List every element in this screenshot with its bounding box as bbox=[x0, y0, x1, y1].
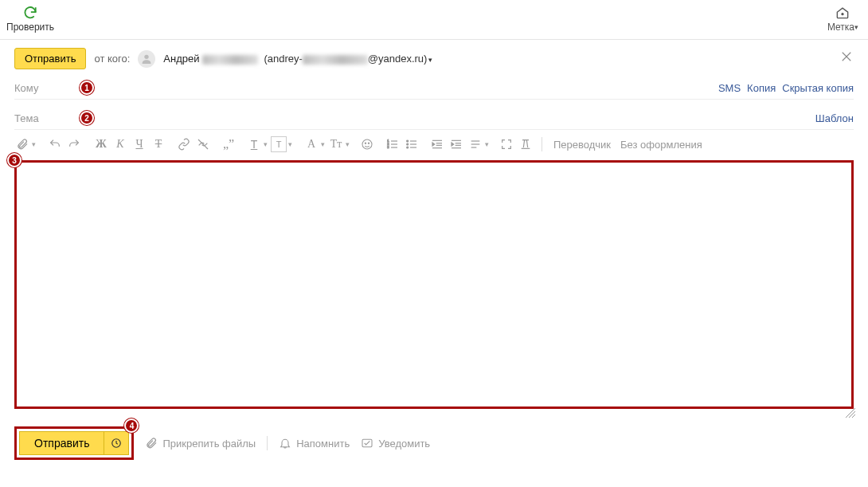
fullscreen-icon[interactable] bbox=[499, 136, 514, 152]
undo-icon[interactable] bbox=[47, 136, 63, 152]
svg-point-5 bbox=[362, 139, 372, 149]
editor-toolbar: ▾ Ж К Ч Т „” Т ▾ Т ▾ A ▾ Тт ▾ 123 ▾ bbox=[14, 130, 854, 157]
cc-link[interactable]: Копия bbox=[747, 82, 776, 94]
attach-label: Прикрепить файлы bbox=[162, 438, 256, 450]
message-body-outline bbox=[14, 160, 854, 409]
indent-icon[interactable] bbox=[448, 136, 464, 152]
unlink-icon[interactable] bbox=[195, 136, 211, 152]
annotation-badge-2: 2 bbox=[80, 111, 94, 125]
align-icon[interactable] bbox=[467, 136, 483, 152]
notify-button[interactable]: Уведомить bbox=[361, 437, 430, 450]
clear-format-icon[interactable] bbox=[518, 136, 534, 152]
annotation-badge-1: 1 bbox=[80, 81, 94, 95]
strike-button[interactable]: Т bbox=[151, 136, 166, 152]
redacted-surname bbox=[202, 55, 258, 65]
from-label: от кого: bbox=[94, 53, 130, 65]
template-link[interactable]: Шаблон bbox=[815, 112, 854, 124]
check-label: Проверить bbox=[6, 22, 54, 33]
label-dropdown[interactable]: Метка ▾ bbox=[827, 5, 858, 33]
svg-point-7 bbox=[368, 143, 369, 143]
text-color-button[interactable]: Т bbox=[246, 136, 262, 152]
close-button[interactable] bbox=[839, 49, 854, 66]
chevron-down-icon[interactable]: ▾ bbox=[321, 140, 325, 148]
send-button-bottom[interactable]: Отправить bbox=[19, 431, 104, 455]
notify-label: Уведомить bbox=[378, 438, 430, 450]
svg-point-19 bbox=[407, 147, 409, 148]
chevron-down-icon[interactable]: ▾ bbox=[428, 56, 432, 64]
divider bbox=[0, 39, 868, 40]
link-icon[interactable] bbox=[176, 136, 192, 152]
chevron-down-icon[interactable]: ▾ bbox=[32, 140, 36, 148]
bell-icon bbox=[279, 437, 291, 450]
list-numbered-icon[interactable]: 123 bbox=[385, 136, 401, 152]
from-name[interactable]: Андрей (andrey-@yandex.ru) ▾ bbox=[163, 53, 432, 65]
chevron-down-icon: ▾ bbox=[854, 23, 858, 31]
attach-files-button[interactable]: Прикрепить файлы bbox=[145, 437, 256, 450]
paperclip-icon bbox=[145, 437, 158, 450]
svg-point-6 bbox=[365, 143, 366, 143]
subject-field-row[interactable]: Тема 2 Шаблон bbox=[14, 108, 854, 130]
sms-link[interactable]: SMS bbox=[718, 82, 741, 94]
italic-button[interactable]: К bbox=[112, 136, 128, 152]
annotation-badge-4: 4 bbox=[124, 418, 139, 433]
label-label: Метка ▾ bbox=[827, 22, 858, 33]
send-button-top[interactable]: Отправить bbox=[14, 48, 86, 69]
font-family-button[interactable]: Тт bbox=[328, 136, 344, 152]
svg-point-17 bbox=[407, 140, 409, 142]
remind-button[interactable]: Напомнить bbox=[279, 437, 350, 450]
svg-point-1 bbox=[145, 54, 149, 58]
svg-point-0 bbox=[842, 14, 843, 15]
check-mail-icon bbox=[361, 437, 373, 450]
subject-label: Тема bbox=[14, 112, 70, 124]
bold-button[interactable]: Ж bbox=[93, 136, 109, 152]
to-label: Кому bbox=[14, 82, 70, 94]
svg-point-18 bbox=[407, 143, 409, 145]
separator bbox=[542, 137, 542, 151]
house-icon bbox=[835, 5, 850, 21]
to-field-row[interactable]: Кому 1 SMS Копия Скрытая копия bbox=[14, 77, 854, 100]
schedule-send-button[interactable] bbox=[104, 431, 129, 455]
redo-icon[interactable] bbox=[66, 136, 82, 152]
chevron-down-icon[interactable]: ▾ bbox=[346, 140, 350, 148]
bcc-link[interactable]: Скрытая копия bbox=[782, 82, 854, 94]
remind-label: Напомнить bbox=[296, 438, 350, 450]
chevron-down-icon[interactable]: ▾ bbox=[264, 140, 268, 148]
redacted-email bbox=[303, 55, 368, 65]
attach-icon[interactable] bbox=[14, 136, 30, 152]
font-size-button[interactable]: A bbox=[303, 136, 319, 152]
resize-handle-icon[interactable] bbox=[846, 408, 855, 420]
send-button-group-outline: 4 Отправить bbox=[14, 426, 134, 460]
quote-icon[interactable]: „” bbox=[221, 136, 237, 152]
separator bbox=[267, 436, 268, 450]
clock-icon bbox=[111, 438, 122, 449]
chevron-down-icon[interactable]: ▾ bbox=[288, 140, 292, 148]
no-format-link[interactable]: Без оформления bbox=[617, 139, 706, 151]
bg-color-button[interactable]: Т bbox=[271, 136, 287, 152]
refresh-icon bbox=[22, 5, 38, 21]
chevron-down-icon[interactable]: ▾ bbox=[485, 140, 489, 148]
outdent-icon[interactable] bbox=[429, 136, 445, 152]
emoji-icon[interactable] bbox=[359, 136, 375, 152]
avatar bbox=[138, 50, 155, 68]
underline-button[interactable]: Ч bbox=[131, 136, 147, 152]
svg-text:3: 3 bbox=[387, 145, 389, 149]
message-body-input[interactable] bbox=[17, 163, 851, 406]
list-bullet-icon[interactable] bbox=[404, 136, 420, 152]
annotation-badge-3: 3 bbox=[7, 153, 22, 167]
translator-link[interactable]: Переводчик bbox=[550, 139, 614, 151]
check-mail-button[interactable]: Проверить bbox=[6, 5, 54, 33]
